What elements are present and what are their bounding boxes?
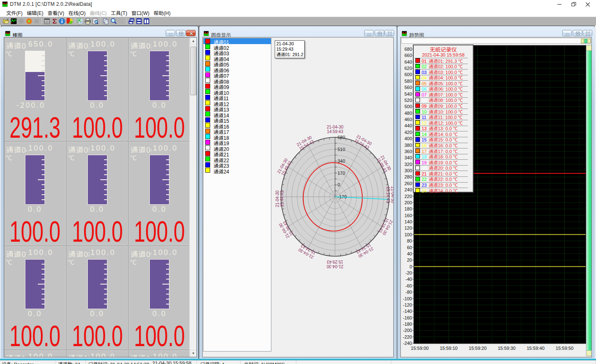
channel-list[interactable]: 通道01通道02通道03通道04通道05通道06通道07通道08通道09通道10… bbox=[203, 38, 271, 352]
copy-icon[interactable] bbox=[102, 18, 109, 25]
bar-window-minimize-button[interactable] bbox=[166, 30, 175, 36]
realtime-chart-icon[interactable] bbox=[10, 18, 17, 25]
menu-item-7[interactable]: 窗口(W) bbox=[129, 8, 151, 17]
channel-list-item-通道12[interactable]: 通道12 bbox=[204, 100, 271, 106]
close-button[interactable] bbox=[581, 0, 595, 9]
bar-window: 棒图 通道01650.0℃-200.0291.3通道02100.0℃0.0100… bbox=[1, 26, 198, 359]
bar-cell-unit: ℃ bbox=[130, 49, 137, 58]
tile-vertical-icon[interactable] bbox=[143, 18, 150, 25]
trend-scroll-thumb[interactable] bbox=[586, 50, 591, 351]
channel-list-item-通道21[interactable]: 通道21 bbox=[204, 151, 271, 156]
trend-ylabel: -160 bbox=[403, 315, 412, 320]
channel-list-item-通道19[interactable]: 通道19 bbox=[204, 139, 271, 145]
channel-list-item-通道17[interactable]: 通道17 bbox=[204, 128, 271, 134]
channel-list-item-通道13[interactable]: 通道13 bbox=[204, 106, 271, 111]
menu-item-2[interactable]: 编辑(E) bbox=[25, 8, 45, 17]
trend-window-minimize-button[interactable] bbox=[562, 30, 572, 36]
print-icon[interactable] bbox=[84, 18, 91, 25]
record-active-icon[interactable] bbox=[26, 18, 32, 25]
disc-window-close-button[interactable] bbox=[385, 30, 394, 36]
channel-list-item-通道14[interactable]: 通道14 bbox=[204, 111, 271, 117]
tile-horizontal-icon[interactable] bbox=[136, 18, 142, 25]
trend-window-restore-button[interactable] bbox=[573, 30, 582, 36]
restore-button[interactable] bbox=[566, 0, 581, 9]
bar-cell-channel-name: 通道12 bbox=[130, 352, 151, 357]
bar-cell-max-value: 100.0 bbox=[28, 352, 53, 357]
channel-list-item-通道05[interactable]: 通道05 bbox=[204, 61, 271, 67]
menu-item-4[interactable]: 在线(O) bbox=[66, 8, 87, 17]
scroll-down-button[interactable]: ▼ bbox=[190, 350, 197, 357]
channel-list-item-通道22[interactable]: 通道22 bbox=[204, 156, 271, 162]
channel-list-item-通道03[interactable]: 通道03 bbox=[204, 50, 271, 55]
trend-ylabel: 620 bbox=[405, 66, 412, 71]
legend-row-通道23: 23通道23: 0.0 ℃ bbox=[414, 182, 473, 188]
channel-list-item-通道15[interactable]: 通道15 bbox=[204, 117, 271, 123]
export-excel-icon[interactable] bbox=[77, 18, 84, 25]
bar-window-restore-button[interactable] bbox=[176, 30, 186, 36]
zoom-icon[interactable] bbox=[110, 18, 117, 25]
channel-color-swatch bbox=[205, 44, 210, 49]
trend-tool-square-3[interactable] bbox=[588, 39, 591, 43]
channel-list-item-通道09[interactable]: 通道09 bbox=[204, 83, 271, 89]
polar-rim-tick bbox=[281, 191, 283, 191]
minimize-button[interactable] bbox=[552, 0, 566, 9]
legend-channel-number: 04 bbox=[422, 75, 427, 80]
channel-list-item-通道02[interactable]: 通道02 bbox=[204, 44, 271, 50]
restore-icon bbox=[566, 0, 581, 9]
channel-list-item-通道24[interactable]: 通道24 bbox=[204, 168, 271, 173]
channel-list-item-通道16[interactable]: 通道16 bbox=[204, 123, 271, 129]
polar-time-label-time: 15:14:43 bbox=[386, 187, 390, 203]
channel-list-item-通道04[interactable]: 通道04 bbox=[204, 55, 271, 61]
channel-list-item-通道06[interactable]: 通道06 bbox=[204, 67, 271, 72]
trend-ylabel: 240 bbox=[405, 187, 412, 192]
channel-list-item-通道20[interactable]: 通道20 bbox=[204, 145, 271, 151]
scroll-thumb[interactable] bbox=[190, 47, 196, 95]
bar-cell-通道01: 通道01650.0℃-200.0291.3 bbox=[5, 38, 66, 141]
disc-window-minimize-button[interactable] bbox=[364, 30, 374, 36]
bar-cell-current-value: 100.0 bbox=[131, 111, 188, 141]
channel-list-item-通道10[interactable]: 通道10 bbox=[204, 89, 271, 95]
disc-window-restore-button[interactable] bbox=[375, 30, 384, 36]
bar-window-close-button[interactable] bbox=[186, 30, 196, 36]
data-table-icon[interactable] bbox=[44, 18, 50, 25]
channel-list-item-通道18[interactable]: 通道18 bbox=[204, 134, 271, 140]
scroll-up-button[interactable]: ▲ bbox=[190, 37, 197, 45]
tooltip-channel-value: 通道01: 291.2 bbox=[276, 52, 304, 57]
print-preview-icon[interactable] bbox=[92, 18, 99, 25]
restore-icon bbox=[176, 30, 186, 37]
menu-item-6[interactable]: 工具(T) bbox=[109, 8, 129, 17]
open-folder-icon-svg bbox=[3, 18, 10, 25]
menu-item-8[interactable]: 帮助(H) bbox=[151, 8, 173, 17]
open-folder-icon[interactable] bbox=[3, 18, 10, 25]
menu-item-1[interactable]: 文件(F) bbox=[4, 8, 25, 17]
channel-list-item-通道11[interactable]: 通道11 bbox=[204, 94, 271, 100]
legend-channel-number: 21 bbox=[422, 171, 427, 176]
trend-ylabel: -80 bbox=[405, 290, 412, 295]
info-icon[interactable] bbox=[59, 18, 65, 25]
channel-list-item-通道23[interactable]: 通道23 bbox=[204, 162, 271, 168]
toolbar bbox=[0, 17, 596, 25]
channel-list-item-通道08[interactable]: 通道08 bbox=[204, 78, 271, 84]
channel-list-item-通道01[interactable]: 通道01 bbox=[204, 38, 271, 44]
channel-list-item-通道07[interactable]: 通道07 bbox=[204, 72, 271, 78]
close-icon bbox=[581, 0, 595, 9]
sigma-icon[interactable] bbox=[51, 18, 58, 25]
status-device: 设备: Recorder bbox=[0, 361, 55, 364]
trend-tool-square-2[interactable] bbox=[584, 39, 587, 43]
bar-gauge-tick bbox=[162, 179, 169, 180]
minimize-icon bbox=[563, 30, 572, 37]
bar-gauge-tick bbox=[104, 65, 107, 66]
bar-window-scrollbar[interactable]: ▲ ▼ bbox=[189, 37, 196, 357]
menu-item-3[interactable]: 查看(V) bbox=[45, 8, 66, 17]
polar-rim-tick bbox=[329, 138, 330, 140]
menu-item-5[interactable]: 曲线(C) bbox=[88, 8, 109, 17]
legend-channel-number: 13 bbox=[422, 126, 427, 131]
trend-tool-square-1[interactable] bbox=[581, 39, 584, 43]
cascade-windows-icon[interactable] bbox=[128, 18, 135, 25]
pie-chart-icon[interactable] bbox=[67, 18, 73, 25]
legend-channel-number: 23 bbox=[422, 183, 427, 188]
tile-horizontal-icon-svg bbox=[136, 18, 142, 25]
trend-vertical-scrollbar[interactable] bbox=[586, 45, 592, 356]
trend-window-close-button[interactable] bbox=[583, 30, 592, 36]
export-excel-icon-svg bbox=[77, 18, 84, 25]
